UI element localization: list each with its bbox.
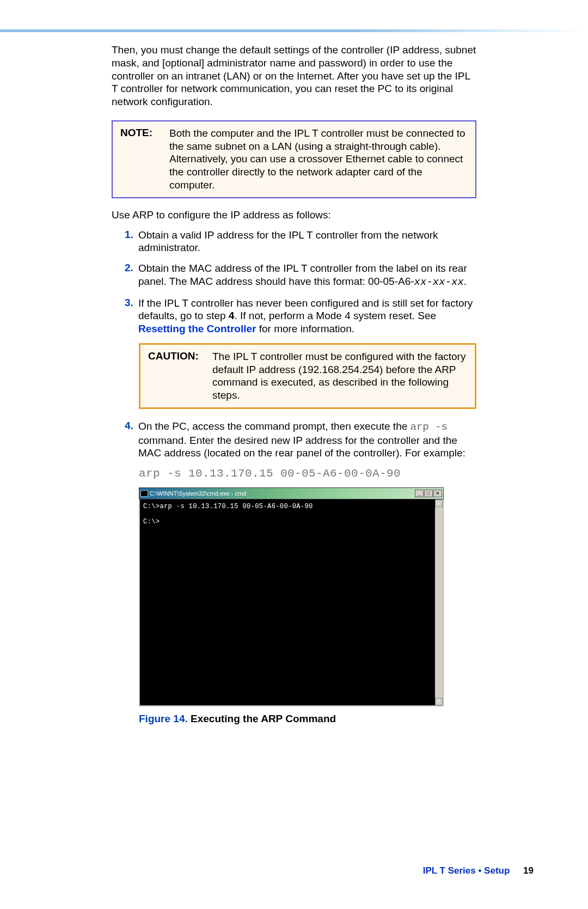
footer-page-number: 19: [523, 865, 534, 876]
step-body: On the PC, access the command prompt, th…: [138, 420, 476, 460]
top-rule: [0, 29, 588, 32]
step-body: Obtain the MAC address of the IPL T cont…: [138, 262, 476, 289]
step-1: 1. Obtain a valid IP address for the IPL…: [125, 229, 476, 255]
arp-command-inline: arp -s: [411, 421, 448, 433]
figure-number: Figure 14.: [139, 713, 188, 724]
figure-caption: Figure 14. Executing the ARP Command: [139, 713, 476, 725]
step-2: 2. Obtain the MAC address of the IPL T c…: [125, 262, 476, 289]
scrollbar: [435, 499, 443, 705]
step-number: 1.: [125, 229, 138, 255]
terminal-line-2: C:\>: [143, 518, 439, 526]
step4-b: command. Enter the desired new IP addres…: [138, 435, 465, 459]
minimize-icon: _: [415, 490, 424, 497]
note-text: Both the computer and the IPL T controll…: [169, 127, 468, 192]
note-box: NOTE: Both the computer and the IPL T co…: [112, 120, 476, 198]
step-number: 3.: [125, 297, 138, 335]
step-number: 4.: [125, 420, 138, 460]
figure-title: Executing the ARP Command: [188, 713, 336, 724]
close-icon: ✕: [433, 490, 442, 497]
mac-placeholder: xx-xx-xx: [414, 276, 464, 288]
step-body: Obtain a valid IP address for the IPL T …: [138, 229, 476, 255]
intro-paragraph: Then, you must change the default settin…: [112, 44, 476, 108]
footer-series: IPL T Series • Setup: [423, 865, 510, 876]
terminal-title-path: C:\WINNT\System32\cmd.exe - cmd: [140, 490, 246, 497]
step-3: 3. If the IPL T controller has never bee…: [125, 297, 476, 335]
terminal-screenshot: C:\WINNT\System32\cmd.exe - cmd _ □ ✕ C:…: [139, 487, 444, 706]
caution-text: The IPL T controller must be configured …: [212, 350, 467, 402]
cmd-icon: [140, 490, 148, 497]
step2-text-b: .: [464, 276, 467, 287]
arp-example-code: arp -s 10.13.170.15 00-05-A6-00-0A-90: [139, 467, 476, 480]
reset-controller-link[interactable]: Resetting the Controller: [138, 323, 256, 334]
step3-c: for more information.: [256, 323, 354, 334]
page-footer: IPL T Series • Setup 19: [423, 865, 534, 876]
scroll-up-icon: ▴: [435, 499, 443, 507]
caution-box: CAUTION: The IPL T controller must be co…: [139, 343, 476, 409]
step3-ref: 4: [229, 310, 235, 321]
step-body: If the IPL T controller has never been c…: [138, 297, 476, 335]
terminal-body: C:\>arp -s 10.13.170.15 00-05-A6-00-0A-9…: [139, 499, 444, 706]
terminal-titlebar: C:\WINNT\System32\cmd.exe - cmd _ □ ✕: [139, 487, 444, 499]
lead-in-text: Use ARP to configure the IP address as f…: [112, 209, 476, 221]
note-label: NOTE:: [120, 127, 169, 192]
step4-a: On the PC, access the command prompt, th…: [138, 420, 411, 432]
step-number: 2.: [125, 262, 138, 289]
step3-b: . If not, perform a Mode 4 system reset.…: [234, 310, 436, 321]
terminal-line-1: C:\>arp -s 10.13.170.15 00-05-A6-00-0A-9…: [143, 503, 439, 510]
page-content: Then, you must change the default settin…: [112, 44, 476, 725]
scroll-down-icon: ▾: [435, 698, 443, 705]
window-controls: _ □ ✕: [415, 490, 442, 497]
step-4: 4. On the PC, access the command prompt,…: [125, 420, 476, 460]
caution-label: CAUTION:: [148, 350, 212, 402]
terminal-title-text: C:\WINNT\System32\cmd.exe - cmd: [150, 490, 246, 497]
maximize-icon: □: [424, 490, 433, 497]
